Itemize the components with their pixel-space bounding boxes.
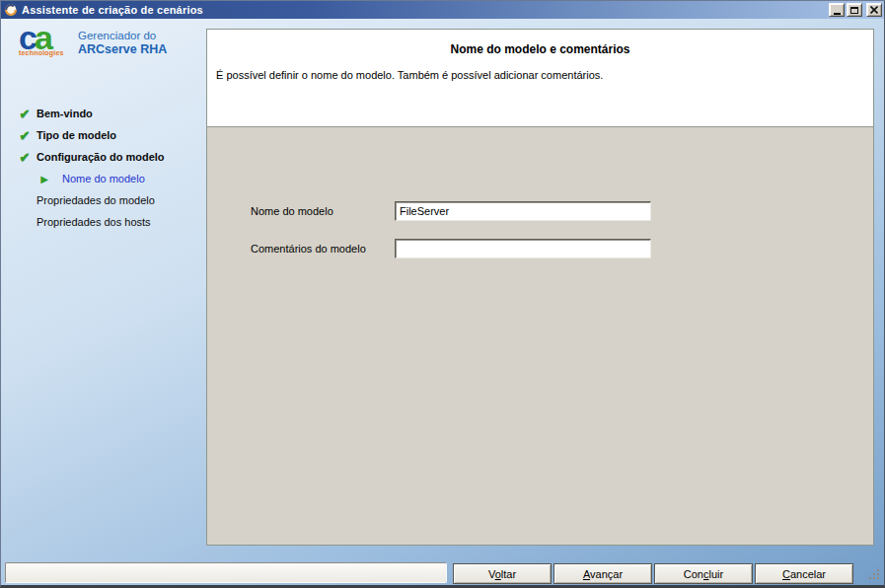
page-header: Nome do modelo e comentários É possível …	[207, 30, 873, 127]
close-icon	[870, 6, 878, 14]
wizard-sidebar: ca technologies Gerenciador do ARCserve …	[9, 23, 204, 56]
status-bar	[5, 562, 447, 583]
model-name-input[interactable]	[395, 201, 651, 221]
step-bem-vindo[interactable]: ✔ Bem-vindo	[17, 103, 204, 124]
step-configuracao-do-modelo[interactable]: ✔ Configuração do modelo	[17, 146, 204, 168]
step-nome-do-modelo-current[interactable]: ▶ Nome do modelo	[37, 168, 204, 189]
product-line1: Gerenciador do	[78, 30, 167, 41]
cancelar-label: Cancelar	[782, 568, 826, 580]
step-label: Propriedades dos hosts	[37, 216, 151, 228]
logo-subtext: technologies	[19, 49, 72, 56]
step-label: Nome do modelo	[62, 173, 145, 184]
product-name: Gerenciador do ARCserve RHA	[78, 30, 167, 56]
voltar-button[interactable]: Voltar	[453, 563, 552, 584]
maximize-icon	[850, 7, 858, 14]
brand-block: ca technologies Gerenciador do ARCserve …	[9, 23, 204, 56]
step-label: Bem-vindo	[37, 108, 93, 119]
model-name-label: Nome do modelo	[251, 205, 395, 217]
model-comments-input[interactable]	[395, 239, 651, 258]
minimize-icon	[834, 13, 841, 15]
check-icon: ✔	[17, 107, 33, 121]
model-comments-row: Comentários do modelo	[251, 239, 651, 258]
close-button[interactable]	[866, 3, 882, 17]
check-icon: ✔	[17, 150, 33, 165]
wizard-steps: ✔ Bem-vindo ✔ Tipo de modelo ✔ Configura…	[9, 103, 204, 233]
step-label: Configuração do modelo	[37, 151, 165, 163]
concluir-label: Concluir	[684, 568, 723, 580]
window-title: Assistente de criação de cenários	[22, 4, 827, 16]
avancar-button[interactable]: Avançar	[553, 563, 652, 584]
check-icon: ✔	[17, 128, 33, 143]
wizard-main-panel: Nome do modelo e comentários É possível …	[206, 29, 874, 546]
title-bar: Assistente de criação de cenários	[1, 1, 884, 19]
scenario-wizard-swirl-icon	[4, 3, 18, 17]
avancar-label: Avançar	[583, 568, 623, 580]
ca-technologies-logo: ca technologies	[19, 23, 72, 56]
page-description: É possível definir o nome do modelo. Tam…	[207, 69, 873, 81]
wizard-window: Assistente de criação de cenários ca tec…	[0, 0, 885, 588]
step-label: Tipo de modelo	[37, 129, 116, 141]
step-propriedades-dos-hosts[interactable]: Propriedades dos hosts	[37, 211, 204, 233]
current-step-arrow-icon: ▶	[37, 174, 52, 184]
step-label: Propriedades do modelo	[37, 194, 155, 206]
model-comments-label: Comentários do modelo	[251, 243, 395, 255]
cancelar-button[interactable]: Cancelar	[755, 563, 853, 584]
step-propriedades-do-modelo[interactable]: Propriedades do modelo	[37, 189, 204, 211]
voltar-label: Voltar	[488, 568, 516, 580]
page-title: Nome do modelo e comentários	[207, 42, 873, 56]
step-tipo-de-modelo[interactable]: ✔ Tipo de modelo	[17, 124, 204, 146]
model-name-row: Nome do modelo	[251, 201, 651, 221]
wizard-footer-buttons: Voltar Avançar Concluir Cancelar	[453, 563, 853, 584]
maximize-button[interactable]	[847, 3, 862, 17]
resize-grip[interactable]	[868, 568, 881, 581]
product-line2: ARCserve RHA	[78, 42, 167, 56]
concluir-button[interactable]: Concluir	[654, 563, 753, 584]
minimize-button[interactable]	[829, 3, 845, 17]
